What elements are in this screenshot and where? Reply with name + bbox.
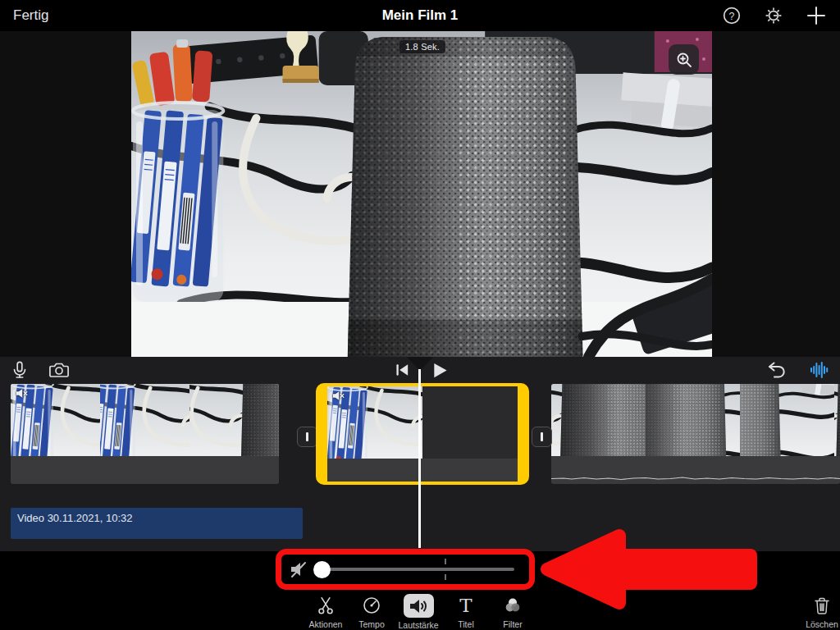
- record-voiceover-button[interactable]: [10, 360, 30, 380]
- project-title: Mein Film 1: [0, 7, 840, 24]
- timeline-clip-3[interactable]: [551, 384, 840, 484]
- clip-3-thumbnails: [551, 384, 840, 456]
- audio-waveform-toggle-button[interactable]: [809, 360, 830, 380]
- camera-icon: [48, 360, 70, 380]
- scissors-icon: [316, 596, 336, 615]
- playhead-line: [418, 369, 421, 548]
- volume-reference-tick: [445, 559, 446, 564]
- clip-1-thumbnails: [11, 384, 279, 456]
- help-button[interactable]: ?: [722, 6, 742, 25]
- pinch-zoom-button[interactable]: [669, 44, 699, 75]
- undo-button[interactable]: [766, 360, 788, 380]
- mute-button[interactable]: [290, 560, 308, 578]
- tab-filter[interactable]: Filter: [482, 594, 544, 629]
- tab-label: Titel: [458, 619, 473, 629]
- volume-reference-tick: [445, 574, 446, 580]
- add-media-button[interactable]: [806, 5, 827, 26]
- delete-button[interactable]: Löschen: [791, 594, 840, 629]
- clip-audio-strip: [551, 456, 840, 484]
- annotation-highlight-box: [276, 549, 535, 590]
- tab-label: Aktionen: [309, 619, 343, 629]
- transition-bar-icon: [306, 432, 308, 441]
- imovie-app: Fertig Mein Film 1 ?: [0, 0, 840, 630]
- transition-button-left[interactable]: [297, 427, 317, 447]
- audio-track-bar[interactable]: Video 30.11.2021, 10:32: [11, 508, 303, 539]
- muted-speaker-icon: [16, 388, 28, 399]
- audio-waveform-icon: [809, 360, 830, 380]
- annotation-arrow: [537, 526, 764, 614]
- speaker-slash-icon: [290, 560, 308, 578]
- clip-audio-waveform: [551, 456, 840, 484]
- title-T-icon: T: [459, 596, 472, 615]
- tab-label: Filter: [503, 619, 522, 629]
- settings-button[interactable]: [764, 6, 783, 25]
- clip-audio-strip: [327, 459, 518, 482]
- audio-track-label: Video 30.11.2021, 10:32: [17, 512, 132, 524]
- microphone-icon: [10, 360, 30, 380]
- speaker-icon: [408, 596, 429, 616]
- timeline-clip-2-selected[interactable]: [316, 383, 529, 485]
- filter-circles-icon: [503, 596, 523, 615]
- record-camera-button[interactable]: [48, 360, 70, 380]
- bottom-panel: Aktionen Tempo: [0, 551, 840, 630]
- clip-2-thumbnails: [327, 386, 518, 459]
- plus-icon: [806, 5, 827, 26]
- transition-button-right[interactable]: [532, 427, 552, 447]
- selected-tab-background: [404, 594, 434, 618]
- delete-label: Löschen: [806, 619, 838, 629]
- video-preview-photo: [131, 31, 712, 357]
- tab-label: Lautstärke: [398, 620, 438, 630]
- video-preview[interactable]: 1.8 Sek.: [0, 31, 840, 357]
- speedometer-icon: [362, 596, 381, 615]
- clip-duration-badge: 1.8 Sek.: [399, 40, 445, 53]
- svg-text:?: ?: [729, 11, 735, 22]
- volume-slider-track[interactable]: [317, 568, 514, 571]
- transition-bar-icon: [541, 432, 543, 441]
- gear-icon: [764, 6, 783, 25]
- clip-audio-strip: [11, 456, 279, 484]
- top-bar: Fertig Mein Film 1 ?: [0, 0, 840, 31]
- tab-label: Tempo: [358, 619, 385, 629]
- timeline-clip-1[interactable]: [11, 384, 279, 484]
- undo-icon: [766, 360, 788, 380]
- magnifier-plus-icon: [675, 51, 693, 69]
- muted-speaker-icon: [332, 390, 345, 401]
- trash-icon: [813, 596, 831, 615]
- help-icon: ?: [722, 6, 742, 25]
- volume-slider-thumb[interactable]: [313, 561, 331, 578]
- header-icons: ?: [722, 5, 827, 26]
